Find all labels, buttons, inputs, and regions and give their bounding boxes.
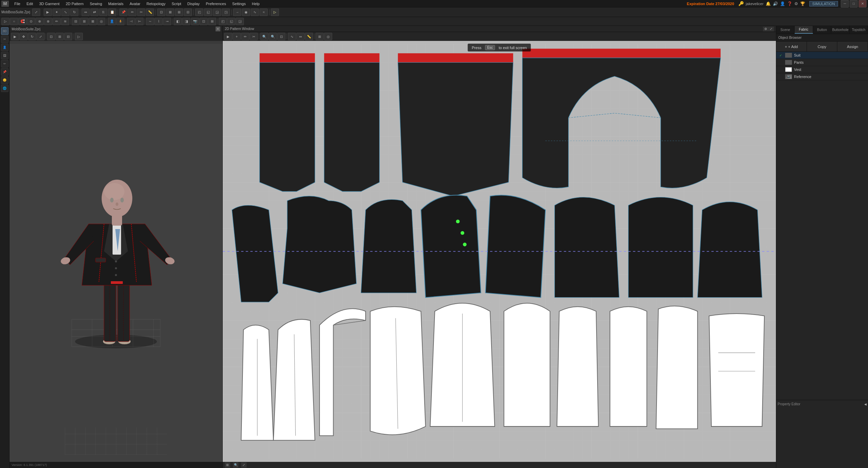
object-item-suit[interactable]: ✓ Suit [776,52,868,59]
status-zoom-icon[interactable]: 🔍 [233,462,238,468]
tab-topstitch[interactable]: Topstitch [850,26,868,34]
tool-smooth[interactable]: ◎ [97,18,105,25]
pattern-piece-jacket-front-right[interactable] [485,195,545,298]
vp-move[interactable]: ✥ [19,33,28,40]
trophy-icon[interactable]: 🏆 [800,1,805,6]
menu-retopology[interactable]: Retopology [144,1,168,6]
tool-rotate[interactable]: ↻ [70,9,78,16]
pattern-piece-vest-back[interactable] [283,196,356,293]
tool-sculpt[interactable]: ⊠ [89,18,97,25]
tool-brush2[interactable]: ⊕ [35,18,44,25]
menu-script[interactable]: Script [169,1,184,6]
tool-copy[interactable]: ⎘ [99,9,107,16]
vp-rotate[interactable]: ↻ [28,33,36,40]
pattern-piece-vest-22[interactable] [709,314,764,426]
vp-sim-play[interactable]: ▷ [75,33,83,40]
vp-view2[interactable]: ⊞ [56,33,64,40]
pt-sym[interactable]: ⇔ [296,33,305,40]
sidebar-sewing-icon[interactable]: ✂ [1,35,9,43]
tool-measure[interactable]: 📏 [146,9,154,16]
minimize-btn[interactable]: ─ [841,0,849,7]
add-button[interactable]: + + Add [776,42,807,51]
tool-cloth3[interactable]: ◲ [213,9,221,16]
pattern-window-expand[interactable]: ⤢ [768,27,774,31]
tool-cloth4[interactable]: ◳ [222,9,230,16]
tool-node[interactable]: ◉ [242,9,250,16]
tab-button[interactable]: Button [813,26,832,34]
tool-stitch[interactable]: ≈ [260,9,268,16]
tool-brush1[interactable]: ⊙ [27,18,35,25]
pattern-piece-pant-front-right[interactable] [324,53,379,192]
viewport-maximize-btn[interactable]: ⤢ [32,9,40,16]
tool-edit[interactable]: ✏ [128,9,136,16]
tool-wrinkle[interactable]: ≋ [61,18,69,25]
pt-cut[interactable]: ✂ [250,33,258,40]
tool-cloth1[interactable]: ◰ [195,9,203,16]
pt-grid[interactable]: ⊞ [315,33,324,40]
tool-avatar2[interactable]: 🧍 [116,18,124,25]
menu-preferences[interactable]: Preferences [203,1,229,6]
tool-symmetry[interactable]: ⇄ [90,9,99,16]
sidebar-globe-icon[interactable]: 🌐 [1,85,9,92]
tool-seam2[interactable]: ∼ [146,18,154,25]
menu-sewing[interactable]: Sewing [87,1,105,6]
pattern-piece-vest-white-1[interactable] [241,325,274,440]
pattern-piece-jacket-back-right[interactable] [628,197,693,298]
tool-brush3[interactable]: ⊗ [44,18,52,25]
pt-measure[interactable]: 📏 [305,33,313,40]
tool-select-all[interactable]: ▷ [1,18,10,25]
tool-topstitch[interactable]: ⌇ [155,18,163,25]
tool-magnet[interactable]: 🧲 [18,18,27,25]
sound-icon[interactable]: 🔊 [773,1,778,6]
tool-tuck[interactable]: ⊣ [127,18,135,25]
pattern-piece-jacket-front-left[interactable] [421,195,481,298]
tool-lasso[interactable]: ○ [10,18,18,25]
pattern-piece-vest-white-2[interactable] [274,319,315,440]
menu-2d-pattern[interactable]: 2D Pattern [63,1,87,6]
tool-pin[interactable]: 📌 [119,9,128,16]
tool-garment3[interactable]: ⊞ [175,9,183,16]
tool-sim[interactable]: ▷ [271,9,279,16]
tool-garment1[interactable]: ⊡ [157,9,165,16]
window-close-btn[interactable]: ✕ [858,0,867,7]
tool-layout1[interactable]: ◰ [219,18,227,25]
property-collapse-btn[interactable]: ◀ [864,403,867,406]
menu-materials[interactable]: Materials [105,1,126,6]
sidebar-edit-icon[interactable]: ✏ [1,60,9,67]
sidebar-avatar-icon[interactable]: 👤 [1,44,9,51]
pt-edit[interactable]: ✏ [241,33,249,40]
pt-snap[interactable]: ◎ [324,33,332,40]
tool-fold[interactable]: ⊢ [135,18,144,25]
tool-display2[interactable]: ◨ [182,18,190,25]
vp-view1[interactable]: ⊡ [47,33,55,40]
sidebar-3d-icon[interactable]: 3D [1,27,9,35]
copy-button[interactable]: Copy [807,42,838,51]
object-item-vest[interactable]: Vest [776,66,868,73]
assign-button[interactable]: Assign [837,42,868,51]
pattern-piece-vest-18[interactable] [504,303,550,427]
tool-seam[interactable]: ∿ [251,9,259,16]
status-fullscreen-icon[interactable]: ⤢ [241,462,247,468]
tool-cut[interactable]: ✂ [137,9,145,16]
menu-settings[interactable]: Settings [230,1,249,6]
tool-cloth2[interactable]: ◱ [204,9,212,16]
pattern-piece-vest-back-white[interactable] [430,303,495,427]
pattern-piece-vest-20[interactable] [610,307,647,426]
vp-view3[interactable]: ⊟ [64,33,72,40]
status-grid-icon[interactable]: ⊞ [225,462,230,468]
tool-arrow[interactable]: → [233,9,241,16]
user-profile-icon[interactable]: 👤 [780,1,785,6]
pattern-piece-sleeve-left[interactable] [697,202,762,297]
tool-paste[interactable]: 📋 [108,9,116,16]
vp-scale[interactable]: ⤢ [36,33,45,40]
pattern-piece-vest-front-left-white[interactable] [370,307,426,435]
pt-select[interactable]: ▶ [224,33,232,40]
pt-zoom-in[interactable]: 🔍 [260,33,268,40]
tool-display1[interactable]: ◧ [174,18,182,25]
pt-zoom-out[interactable]: 🔍 [269,33,277,40]
pattern-piece-jacket-side-left[interactable] [361,199,416,293]
pattern-piece-pant-back[interactable] [398,53,513,196]
tool-garment2[interactable]: ⊠ [166,9,174,16]
pattern-piece-vest-21[interactable] [656,306,698,429]
pattern-piece-jacket-back-left[interactable] [555,197,619,298]
